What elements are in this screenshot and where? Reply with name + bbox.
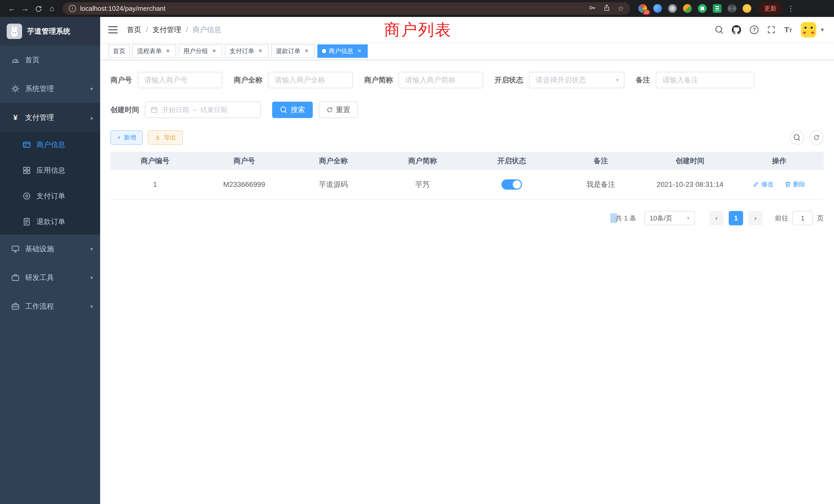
tab-process-form[interactable]: 流程表单 ×	[132, 44, 176, 58]
browser-update-button[interactable]: 更新	[759, 2, 782, 15]
extensions-puzzle-icon[interactable]: 10	[638, 4, 647, 13]
sidebar-item-system[interactable]: 系统管理 ▾	[0, 74, 100, 103]
close-icon[interactable]: ×	[356, 47, 363, 55]
tab-refund-order[interactable]: 退款订单 ×	[271, 44, 315, 58]
pagination: 共 1 条 10条/页 ▾ ‹ 1 › 前往 页	[110, 211, 824, 225]
site-info-icon[interactable]: i	[69, 5, 76, 12]
reset-button[interactable]: 重置	[319, 101, 358, 118]
search-button[interactable]: 搜索	[272, 101, 313, 118]
browser-home-icon[interactable]: ⌂	[45, 4, 59, 13]
extension-yellow-face-icon[interactable]	[743, 4, 751, 13]
sidebar-item-home[interactable]: 首页	[0, 46, 100, 74]
select-placeholder: 请选择开启状态	[535, 75, 586, 85]
extension-blue-icon[interactable]	[653, 4, 662, 13]
delete-label: 删除	[793, 180, 805, 188]
close-icon[interactable]: ×	[164, 47, 172, 55]
page-content: 商户号 商户全称 商户简称 开启状态 请选择开启状态	[100, 60, 834, 504]
full-name-input[interactable]	[268, 72, 353, 88]
github-icon[interactable]	[732, 25, 741, 35]
prev-page-button[interactable]: ‹	[709, 211, 724, 225]
extension-green-circle-icon[interactable]	[698, 4, 707, 13]
help-icon[interactable]: ?	[750, 25, 759, 34]
browser-forward-icon[interactable]: →	[19, 4, 32, 13]
remark-input[interactable]	[656, 72, 754, 88]
sidebar-item-devtools[interactable]: 研发工具 ▾	[0, 263, 100, 292]
next-page-button[interactable]: ›	[748, 211, 763, 225]
col-header: 操作	[734, 152, 824, 169]
toggle-search-button[interactable]	[790, 130, 804, 145]
sidebar-item-label: 研发工具	[25, 273, 54, 282]
app-logo[interactable]: 芋道管理系统	[0, 17, 100, 46]
sidebar-item-refund-order[interactable]: 退款订单	[0, 209, 100, 234]
short-name-input[interactable]	[398, 72, 483, 88]
avatar-caret-icon[interactable]: ▾	[821, 26, 824, 33]
cell-id: 1	[110, 169, 199, 199]
extensions-cluster: 10	[638, 4, 751, 13]
tab-label: 流程表单	[137, 47, 162, 55]
status-select[interactable]: 请选择开启状态 ▾	[529, 72, 624, 88]
address-bar[interactable]: i localhost:1024/pay/merchant ☆	[63, 2, 630, 15]
tab-pay-order[interactable]: 支付订单 ×	[225, 44, 269, 58]
export-button[interactable]: 导出	[148, 130, 183, 145]
filter-merchant-no: 商户号	[110, 72, 222, 88]
page-size-select[interactable]: 10条/页 ▾	[644, 211, 695, 225]
close-icon[interactable]: ×	[257, 47, 264, 55]
app-frame: 芋道管理系统 首页 系统管理 ▾ ¥	[0, 17, 834, 504]
logo-rabbit-icon	[7, 24, 22, 39]
url-text: localhost:1024/pay/merchant	[80, 5, 166, 13]
end-date-placeholder: 结束日期	[200, 106, 227, 114]
col-header: 创建时间	[645, 152, 734, 169]
bookmark-star-icon[interactable]: ☆	[617, 4, 624, 13]
sidebar-item-merchant-info[interactable]: 商户信息	[0, 132, 100, 158]
merchant-no-input[interactable]	[138, 72, 222, 88]
font-size-icon[interactable]: TT	[784, 25, 792, 34]
fullscreen-icon[interactable]	[767, 26, 775, 34]
filter-label: 商户号	[110, 75, 132, 85]
sidebar-item-infra[interactable]: 基础设施 ▾	[0, 234, 100, 263]
edit-label: 修改	[761, 180, 773, 188]
filter-status: 开启状态 请选择开启状态 ▾	[495, 72, 624, 88]
sidebar-item-workflow[interactable]: 工作流程 ▾	[0, 292, 100, 321]
yen-icon: ¥	[11, 113, 20, 122]
top-navbar: 首页 / 支付管理 / 商户信息 ? TT	[100, 17, 834, 43]
start-date-placeholder: 开始日期	[162, 106, 189, 114]
sidebar-toggle-icon[interactable]	[108, 26, 117, 33]
browser-refresh-icon[interactable]	[32, 4, 45, 13]
workflow-icon	[11, 302, 20, 311]
page-button-1[interactable]: 1	[729, 211, 743, 225]
extension-gray-icon[interactable]	[668, 4, 677, 13]
sidebar-item-app-info[interactable]: 应用信息	[0, 158, 100, 183]
password-key-icon[interactable]	[589, 4, 596, 13]
filter-label: 商户全称	[234, 75, 262, 85]
browser-menu-icon[interactable]: ⋮	[787, 4, 794, 13]
extension-orange-green-icon[interactable]	[683, 4, 692, 13]
sidebar-item-pay-order[interactable]: 支付订单	[0, 183, 100, 209]
tab-home[interactable]: 首页	[108, 44, 130, 58]
avatar[interactable]	[801, 22, 816, 38]
edit-button[interactable]: 修改	[753, 180, 773, 188]
add-button[interactable]: + 新增	[110, 130, 143, 145]
extension-dark-pinwheel-icon[interactable]	[728, 4, 737, 13]
goto-page-input[interactable]	[792, 211, 813, 225]
close-icon[interactable]: ×	[211, 47, 218, 55]
refresh-table-button[interactable]	[809, 130, 824, 145]
search-icon[interactable]	[716, 26, 723, 33]
monitor-icon	[11, 245, 20, 253]
sidebar-item-payment[interactable]: ¥ 支付管理 ▴	[0, 103, 100, 132]
close-icon[interactable]: ×	[303, 47, 310, 55]
payment-submenu: 商户信息 应用信息 支付订单	[0, 132, 100, 234]
tab-merchant-info[interactable]: 商户信息 ×	[317, 44, 368, 58]
delete-button[interactable]: 删除	[785, 180, 805, 188]
grid-icon	[23, 166, 31, 175]
extension-green-square-icon[interactable]	[713, 4, 722, 13]
status-switch[interactable]	[502, 179, 522, 190]
share-icon[interactable]	[603, 4, 610, 13]
breadcrumb-home[interactable]: 首页	[127, 25, 141, 35]
breadcrumb-payment[interactable]: 支付管理	[153, 25, 181, 35]
date-range-picker[interactable]: 开始日期 - 结束日期	[145, 101, 261, 118]
browser-back-icon[interactable]: ←	[5, 4, 19, 13]
tab-user-group[interactable]: 用户分组 ×	[179, 44, 222, 58]
export-button-label: 导出	[164, 134, 176, 142]
date-separator: -	[194, 106, 196, 114]
chevron-down-icon: ▾	[90, 246, 93, 252]
